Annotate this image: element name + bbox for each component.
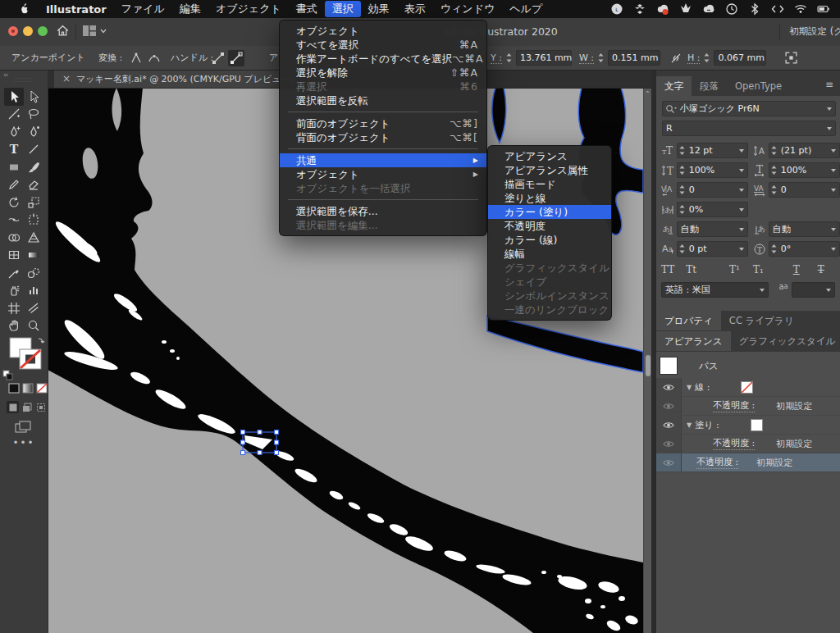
select-menu-item-0[interactable]: オブジェクト xyxy=(280,24,486,38)
type-style-button-3[interactable]: T₁ xyxy=(753,264,764,276)
select-menu-item-10[interactable]: 共通▶ xyxy=(280,153,486,167)
stepper-arrows[interactable] xyxy=(770,164,778,176)
dropbox-icon[interactable] xyxy=(633,2,646,16)
visibility-eye-icon[interactable] xyxy=(656,435,682,453)
draw-inside-button[interactable] xyxy=(34,401,47,413)
appearance-row-opacity-3[interactable]: 不透明度 :初期設定 xyxy=(656,435,840,453)
same-submenu-item-0[interactable]: アピアランス xyxy=(488,149,611,163)
creative-cloud-icon[interactable] xyxy=(656,2,669,16)
close-document-icon[interactable]: × xyxy=(62,73,71,84)
appearance-row-[interactable]: ▼塗り : xyxy=(656,416,840,435)
scale-tool[interactable] xyxy=(24,194,43,212)
same-submenu-item-5[interactable]: 不透明度 xyxy=(488,219,611,233)
stepper-arrows[interactable] xyxy=(678,243,686,255)
apple-menu[interactable] xyxy=(10,2,39,16)
align-pixel-grid-icon[interactable] xyxy=(784,46,798,70)
tab-paragraph[interactable]: 段落 xyxy=(692,76,727,96)
stepper-arrows[interactable] xyxy=(678,184,686,196)
none-swatch[interactable] xyxy=(741,381,753,394)
h-field[interactable]: H : 0.067 mm xyxy=(687,46,766,70)
curvature-tool[interactable] xyxy=(24,123,43,141)
select-menu-item-11[interactable]: オブジェクト▶ xyxy=(280,167,486,181)
column-graph-tool[interactable] xyxy=(24,282,43,300)
type-style-button-1[interactable]: Tt xyxy=(686,264,696,276)
free-transform-tool[interactable] xyxy=(24,212,43,230)
menubar-item-選択[interactable]: 選択 xyxy=(325,1,361,17)
gradient-tool[interactable] xyxy=(24,247,43,265)
lasso-tool[interactable] xyxy=(24,106,43,124)
opacity-link[interactable]: 不透明度 : xyxy=(696,456,738,469)
font-family-field[interactable]: 小塚ゴシック Pr6N xyxy=(662,101,834,116)
opacity-link[interactable]: 不透明度 : xyxy=(713,399,755,412)
width-tool[interactable] xyxy=(4,212,24,230)
selection-tool[interactable] xyxy=(4,88,24,106)
rectangle-tool[interactable] xyxy=(4,158,24,176)
stepper-arrows[interactable] xyxy=(703,52,710,64)
minimize-window-button[interactable] xyxy=(23,26,33,36)
draw-normal-button[interactable] xyxy=(7,401,19,413)
dev-brackets-icon[interactable] xyxy=(771,2,784,16)
same-submenu-item-4[interactable]: カラー (塗り) xyxy=(488,205,611,219)
expand-chevron-icon[interactable]: ▼ xyxy=(687,421,692,429)
menubar-item-編集[interactable]: 編集 xyxy=(172,1,208,17)
draw-behind-button[interactable] xyxy=(21,401,33,413)
perspective-grid-tool[interactable] xyxy=(24,229,43,247)
symbol-sprayer-tool[interactable] xyxy=(4,282,24,300)
anti-alias-select[interactable] xyxy=(792,282,835,298)
stepper-arrows[interactable] xyxy=(678,144,686,157)
same-submenu-item-1[interactable]: アピアランス属性 xyxy=(488,163,611,177)
appearance-row-opacity-1[interactable]: 不透明度 :初期設定 xyxy=(656,397,840,416)
scrollbar-thumb[interactable] xyxy=(646,355,651,376)
tab-appearance[interactable]: アピアランス xyxy=(656,331,731,351)
opacity-link[interactable]: 不透明度 : xyxy=(713,437,755,450)
type-style-button-5[interactable]: T xyxy=(818,264,824,276)
menubar-item-app[interactable]: Illustrator xyxy=(39,2,114,16)
avast-icon[interactable] xyxy=(679,2,692,16)
blend-tool[interactable] xyxy=(24,264,43,282)
color-mode-button[interactable] xyxy=(8,383,20,394)
visibility-eye-icon[interactable] xyxy=(656,397,682,415)
expand-chevron-icon[interactable]: ▼ xyxy=(687,384,692,391)
font-size-field[interactable]: TT12 pt xyxy=(661,143,748,158)
type-tool[interactable]: T xyxy=(4,141,24,159)
hand-tool[interactable] xyxy=(4,317,24,335)
pen-tool[interactable] xyxy=(4,123,24,141)
slice-tool[interactable] xyxy=(24,299,43,317)
stepper-arrows[interactable] xyxy=(597,52,605,64)
tracking-field[interactable]: VA0 xyxy=(753,182,840,198)
time-machine-icon[interactable] xyxy=(725,2,738,16)
hide-handles-button[interactable] xyxy=(210,46,226,70)
select-menu-item-3[interactable]: 選択を解除⇧⌘A xyxy=(280,66,486,80)
tsume-field[interactable]: あ0% xyxy=(661,202,748,217)
appearance-row-opacity-4[interactable]: 不透明度 :初期設定 xyxy=(656,453,840,472)
swap-fill-stroke-icon[interactable] xyxy=(39,339,44,343)
type-style-button-2[interactable]: T¹ xyxy=(729,264,740,276)
menubar-item-ヘルプ[interactable]: ヘルプ xyxy=(502,1,550,17)
language-select[interactable]: 英語 : 米国 xyxy=(661,282,769,298)
close-window-button[interactable] xyxy=(8,26,18,36)
tab-properties[interactable]: プロパティ xyxy=(656,311,721,330)
link-dimensions-icon[interactable] xyxy=(669,46,682,70)
aki-right-field[interactable]: あ自動 xyxy=(753,221,840,237)
tab-opentype[interactable]: OpenType xyxy=(727,76,790,96)
stepper-arrows[interactable] xyxy=(678,164,686,176)
same-submenu-item-6[interactable]: カラー (線) xyxy=(488,233,611,247)
paintbrush-tool[interactable] xyxy=(24,158,43,176)
w-field[interactable]: W : 0.151 mm xyxy=(579,46,660,70)
artboard-tool[interactable] xyxy=(4,299,24,317)
menubar-item-効果[interactable]: 効果 xyxy=(361,1,397,17)
menubar-item-オブジェクト[interactable]: オブジェクト xyxy=(208,1,289,17)
type-style-button-0[interactable]: TT xyxy=(661,264,674,276)
same-submenu-item-7[interactable]: 線幅 xyxy=(488,247,611,261)
select-menu-item-2[interactable]: 作業アートボードのすべてを選択⌥⌘A xyxy=(280,52,486,66)
visibility-eye-icon[interactable] xyxy=(656,453,682,471)
tab-graphic-styles[interactable]: グラフィックスタイル xyxy=(731,331,840,351)
same-submenu-item-2[interactable]: 描画モード xyxy=(488,177,611,191)
select-menu-item-7[interactable]: 前面のオブジェクト⌥⌘] xyxy=(280,116,486,130)
type-style-button-4[interactable]: T xyxy=(793,264,800,276)
stepper-arrows[interactable] xyxy=(505,52,513,64)
h-scale-field[interactable]: T100% xyxy=(753,162,840,178)
zoom-window-button[interactable] xyxy=(38,26,48,36)
show-handles-button[interactable] xyxy=(228,46,244,70)
stepper-arrows[interactable] xyxy=(770,243,778,255)
